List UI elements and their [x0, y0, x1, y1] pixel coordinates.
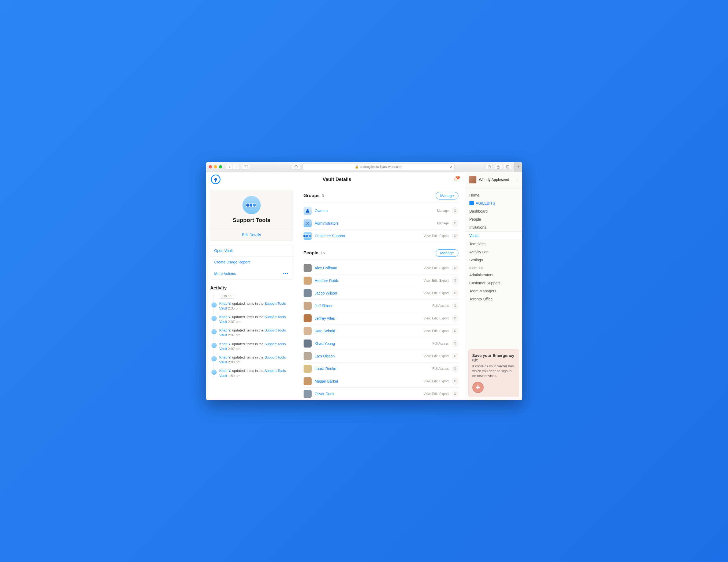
open-vault-button[interactable]: Open Vault	[210, 245, 293, 257]
person-row[interactable]: Khad Young Full Access ⚙	[304, 337, 458, 350]
person-row[interactable]: Jeff Shiner Full Access ⚙	[304, 299, 458, 312]
activity-user-link[interactable]: Khad Y.	[219, 342, 231, 346]
activity-heading: Activity	[210, 285, 293, 291]
zoom-window-button[interactable]	[219, 165, 222, 169]
person-permission: View, Edit, Export	[424, 379, 449, 383]
gear-icon[interactable]: ⚙	[452, 233, 458, 239]
notifications-button[interactable]: 2	[454, 176, 459, 183]
activity-item: Khad Y. updated items in the Support Too…	[219, 314, 293, 324]
groups-heading: Groups3	[304, 193, 324, 199]
group-name: Customer Support	[315, 234, 420, 238]
person-permission: View, Edit, Export	[424, 266, 449, 270]
browser-toolbar: ‹ › 🔒 teamagilebits.1password.com ⟳ +	[206, 162, 522, 172]
person-row[interactable]: Jacob Wilson View, Edit, Export ⚙	[304, 287, 458, 299]
gear-icon[interactable]: ⚙	[452, 265, 458, 271]
gear-icon[interactable]: ⚙	[452, 353, 458, 359]
gear-icon[interactable]: ⚙	[452, 315, 458, 321]
nav-group-customer-support[interactable]: Customer Support	[465, 279, 522, 287]
activity-timeline: JUN 13 Khad Y. updated items in the Supp…	[210, 293, 293, 378]
nav-templates[interactable]: Templates	[465, 240, 522, 248]
nav-activity-log[interactable]: Activity Log	[465, 248, 522, 256]
person-row[interactable]: Jeffrey Alles View, Edit, Export ⚙	[304, 312, 458, 325]
activity-user-link[interactable]: Khad Y.	[219, 369, 231, 373]
edit-details-button[interactable]: Edit Details	[210, 229, 293, 241]
close-window-button[interactable]	[209, 165, 212, 169]
group-row[interactable]: Owners Manage ⚙	[304, 205, 458, 217]
activity-item: Khad Y. updated items in the Support Too…	[219, 368, 293, 378]
gear-icon[interactable]: ⚙	[452, 220, 458, 227]
activity-avatar	[211, 369, 217, 375]
person-avatar	[304, 339, 312, 347]
nav-org[interactable]: AGILEBITS	[465, 199, 522, 207]
person-permission: View, Edit, Export	[424, 354, 449, 358]
activity-user-link[interactable]: Khad Y.	[219, 315, 231, 319]
emergency-kit-card[interactable]: Save your Emergency Kit It contains your…	[468, 349, 519, 397]
person-row[interactable]: Lars Olsson View, Edit, Export ⚙	[304, 350, 458, 362]
gear-icon[interactable]: ⚙	[452, 290, 458, 296]
create-usage-report-button[interactable]: Create Usage Report	[210, 257, 293, 268]
sidebar-toggle-button[interactable]	[242, 164, 250, 170]
tabs-button[interactable]	[504, 164, 511, 170]
person-permission: View, Edit, Export	[424, 316, 449, 320]
activity-avatar	[211, 355, 217, 362]
person-avatar	[304, 327, 312, 335]
gear-icon[interactable]: ⚙	[452, 365, 458, 372]
person-row[interactable]: Kate Sebald View, Edit, Export ⚙	[304, 325, 458, 337]
manage-groups-button[interactable]: Manage	[436, 192, 458, 200]
downloads-button[interactable]	[486, 164, 493, 170]
nav-vaults[interactable]: Vaults	[465, 231, 522, 240]
group-row[interactable]: Administrators Manage ⚙	[304, 217, 458, 230]
svg-rect-4	[296, 168, 296, 168]
activity-user-link[interactable]: Khad Y.	[219, 328, 231, 332]
group-icon	[304, 207, 312, 215]
nav-group-toronto-office[interactable]: Toronto Office	[465, 295, 522, 303]
person-row[interactable]: Laura Rooke Full Access ⚙	[304, 362, 458, 375]
nav-settings[interactable]: Settings	[465, 256, 522, 264]
address-bar[interactable]: 🔒 teamagilebits.1password.com ⟳	[303, 164, 455, 170]
person-row[interactable]: Heather Robb View, Edit, Export ⚙	[304, 275, 458, 287]
nav-group-team-managers[interactable]: Team Managers	[465, 287, 522, 295]
nav-groups-label: GROUPS	[465, 264, 522, 271]
svg-rect-8	[506, 166, 509, 168]
gear-icon[interactable]: ⚙	[452, 378, 458, 384]
person-row[interactable]: Megan Barker View, Edit, Export ⚙	[304, 375, 458, 388]
activity-avatar	[211, 342, 217, 348]
emergency-kit-icon: ✚	[472, 382, 484, 393]
activity-user-link[interactable]: Khad Y.	[219, 355, 231, 359]
person-row[interactable]: Oliver Dunk View, Edit, Export ⚙	[304, 388, 458, 400]
person-permission: View, Edit, Export	[424, 279, 449, 282]
more-actions-button[interactable]: More Actions •••	[210, 268, 293, 279]
gear-icon[interactable]: ⚙	[452, 278, 458, 284]
nav-group-administrators[interactable]: Administrators	[465, 271, 522, 279]
manage-people-button[interactable]: Manage	[436, 249, 458, 257]
back-button[interactable]: ‹	[226, 164, 233, 170]
minimize-window-button[interactable]	[214, 165, 217, 169]
window-controls	[209, 165, 222, 169]
person-name: Khad Young	[315, 341, 429, 346]
nav-people[interactable]: People	[465, 215, 522, 223]
forward-button[interactable]: ›	[233, 164, 240, 170]
privacy-report-button[interactable]	[292, 164, 300, 170]
activity-user-link[interactable]: Khad Y.	[219, 301, 231, 305]
nav-dashboard[interactable]: Dashboard	[465, 207, 522, 215]
person-avatar	[304, 390, 312, 398]
person-name: Kate Sebald	[315, 329, 420, 333]
activity-time: 2:35 pm	[228, 306, 241, 310]
main-content: Groups3 Manage Owners Manage ⚙ Administr…	[297, 187, 465, 400]
nav-invitations[interactable]: Invitations	[465, 223, 522, 231]
gear-icon[interactable]: ⚙	[452, 328, 458, 334]
group-row[interactable]: Customer Support View, Edit, Export ⚙	[304, 230, 458, 242]
gear-icon[interactable]: ⚙	[452, 391, 458, 397]
svg-rect-3	[296, 166, 296, 167]
gear-icon[interactable]: ⚙	[452, 208, 458, 214]
app-logo[interactable]	[211, 175, 221, 184]
person-row[interactable]: Alex Hoffman View, Edit, Export ⚙	[304, 262, 458, 275]
share-button[interactable]	[495, 164, 502, 170]
gear-icon[interactable]: ⚙	[452, 302, 458, 309]
group-permission: Manage	[437, 222, 449, 225]
new-tab-button[interactable]: +	[514, 162, 522, 172]
gear-icon[interactable]: ⚙	[452, 340, 458, 347]
account-menu[interactable]: Wendy Appleseed ⌄	[465, 172, 522, 189]
nav-home[interactable]: Home	[465, 191, 522, 199]
reload-button[interactable]: ⟳	[450, 165, 452, 169]
